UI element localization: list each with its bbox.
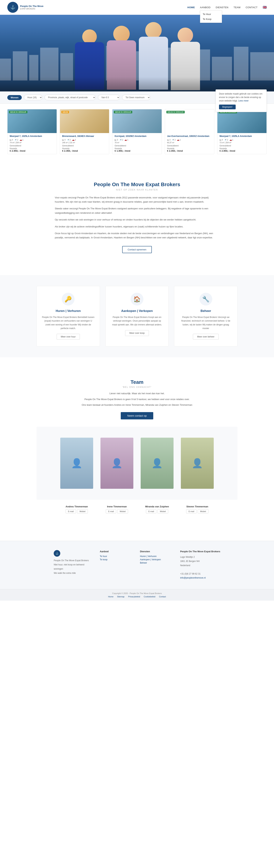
location-select[interactable]: Provincie, plaats, wijk, straat of postc…: [45, 95, 96, 100]
service-btn-2[interactable]: Meer over beheer: [193, 334, 219, 340]
property-card-2[interactable]: NIEUW IN VERHUUR Korrèpad, 1032WZ Amster…: [112, 109, 162, 154]
footer-tehuur[interactable]: Te huur: [100, 555, 129, 558]
footer-bottom-home[interactable]: Home: [108, 595, 113, 598]
team-mobiel-1[interactable]: Mobiel: [117, 509, 128, 514]
team-desc-2: People On The Move Expat Brokers is geen…: [36, 397, 238, 401]
svg-rect-14: [234, 47, 248, 81]
language-flag[interactable]: 🇬🇧: [263, 5, 267, 9]
team-title: Team: [36, 379, 238, 385]
service-btn-1[interactable]: Meer over koop: [125, 330, 149, 336]
spec-bath-0: 🚿 2: [15, 139, 18, 141]
team-desc-1: Liever niet natuurlijk. Maar als het moe…: [36, 391, 238, 396]
footer-bottom-sitemap[interactable]: Sitemap: [117, 595, 125, 598]
cookie-text: Deze website maakt gebruik van cookies o…: [219, 93, 262, 102]
service-card-2: 🔧 Beheer People On The Move Expat Broker…: [174, 286, 238, 347]
svg-rect-3: [40, 48, 58, 81]
property-specs-3: 🛏 3 🚿 2 🚗 1: [167, 139, 212, 141]
prop-area-3: 60,37 m²: [167, 142, 212, 144]
service-btn-0[interactable]: Meer over huur: [57, 334, 80, 340]
footer-diensten-title: Diensten: [140, 550, 169, 553]
spec-beds-2: 🛏 3: [114, 139, 118, 141]
team-mobiel-2[interactable]: Mobiel: [158, 509, 168, 514]
footer-bottom-privacy[interactable]: Privacybeleid: [128, 595, 140, 598]
cookie-accept-btn[interactable]: Begrepen!: [219, 104, 236, 109]
logo-icon: ⚓: [7, 2, 18, 13]
service-icon-key: 🔑: [62, 293, 75, 306]
services-section: 🔑 Huren | Verhuren People On The Move Ex…: [0, 275, 274, 358]
property-specs-1: 🛏 4 🚿 2 🚗 2: [62, 139, 107, 141]
properties-section: NIEUW IN VERHUUR Meerpad 7, 1025LA Amste…: [0, 104, 274, 160]
property-card-1[interactable]: NIEUW Binnenwaard, 1824EX Alkmaar 🛏 4 🚿 …: [60, 109, 109, 154]
wrench-icon: 🔧: [202, 296, 210, 303]
house-icon: 🏠: [133, 296, 141, 303]
nav-aanbod-dropdown[interactable]: AANBOD Te Huur Te Koop: [200, 6, 211, 9]
prop-area-1: 146 m² | 131 m²: [62, 142, 107, 144]
nav-links: HOME AANBOD Te Huur Te Koop DIENSTEN TEA…: [187, 5, 267, 9]
team-email-1[interactable]: E-mail: [106, 509, 116, 514]
about-contact-btn[interactable]: Contact opnemen: [122, 246, 152, 253]
nav-contact[interactable]: CONTACT: [246, 6, 257, 9]
logo-area: ⚓ People On The Move EXPAT BROKERS: [7, 2, 44, 13]
huur-select[interactable]: Huur (16): [24, 95, 43, 100]
team-buttons-3: E-mail Mobiel: [179, 509, 216, 514]
property-info-0: Meerpad 7, 1025LA Amsterdam 🛏 4 🚿 2 🚗 1 …: [7, 133, 57, 154]
spec-bath-4: 🚿 2: [224, 139, 228, 141]
footer-bottom-links: Home Sitemap Privacybeleid Cookiebeleid …: [7, 595, 267, 598]
footer-aanbod-col: Aanbod Te huur Te koop: [100, 550, 129, 580]
tot-select[interactable]: Tot Geen maximum: [122, 95, 150, 100]
team-name-3: Steven Timmerman: [179, 505, 216, 508]
nav-team[interactable]: TEAM: [234, 6, 241, 9]
van-select[interactable]: Van € 0: [98, 95, 120, 100]
property-card-0[interactable]: NIEUW IN VERHUUR Meerpad 7, 1025LA Amste…: [7, 109, 57, 154]
prop-status-2: Gemeubileerd: [114, 145, 159, 147]
nav-diensten[interactable]: DIENSTEN: [216, 6, 228, 9]
about-para-2: Op verzoek richten we ook woningen in vo…: [55, 218, 219, 222]
property-img-3: NIEUW IN VERHUUR: [165, 109, 214, 133]
team-email-3[interactable]: E-mail: [186, 509, 196, 514]
team-contact-btn[interactable]: Neem contact op: [121, 412, 153, 420]
prop-price-2: € 1.950,- /mnd: [114, 150, 159, 152]
team-buttons-2: E-mail Mobiel: [139, 509, 175, 514]
nav-aanbod[interactable]: AANBOD: [200, 6, 211, 9]
prop-price-label-0: Huurprijs: [10, 148, 54, 150]
footer-beheer[interactable]: Beheer: [140, 562, 169, 564]
team-desc-3: Ons team bestaat uit founders Andres en …: [36, 403, 238, 407]
footer-brand-col: ⚓ People On The Move Expat Brokers Nlet …: [54, 550, 89, 580]
team-section: Team 'BEL ONS VANNACHT' Liever niet natu…: [0, 368, 274, 530]
footer-company-col: People On The Move Expat Brokers Lage We…: [180, 550, 220, 580]
service-text-1: People On The Move Expat Brokers Koopt a…: [111, 315, 163, 327]
hero-section: [0, 15, 274, 91]
property-img-4: NIEUW IN VERHUUR: [217, 109, 267, 133]
nav-home[interactable]: HOME: [187, 6, 195, 9]
services-grid: 🔑 Huren | Verhuren People On The Move Ex…: [36, 286, 238, 347]
property-card-3[interactable]: NIEUW IN VERHUUR Jan Evertsensstraat, 10…: [165, 109, 214, 154]
aanbod-tekoop[interactable]: Te Koop: [200, 17, 222, 22]
prop-status-1: Gemeubileerd: [62, 145, 107, 147]
spec-bath-1: 🚿 2: [67, 139, 71, 141]
spec-bath-3: 🚿 2: [172, 139, 175, 141]
cookie-learn-more[interactable]: Lees meer: [238, 99, 249, 102]
property-card-4[interactable]: NIEUW IN VERHUUR Meerpad 7, 1025LA Amste…: [217, 109, 267, 154]
team-email-0[interactable]: E-mail: [65, 509, 76, 514]
team-avatar-1: 👤: [101, 438, 133, 489]
property-badge-1: NIEUW: [61, 111, 69, 113]
team-members-list: Andres Timmerman E-mail Mobiel Irene Tim…: [36, 505, 238, 514]
aanbod-tehuur[interactable]: Te Huur: [200, 12, 222, 17]
property-img-2: NIEUW IN VERHUUR: [112, 109, 162, 133]
svg-rect-4: [60, 53, 73, 81]
prop-price-3: € 2.450,- /mnd: [167, 150, 212, 152]
footer-huren[interactable]: Huren | Verhuren: [140, 555, 169, 558]
team-photos-area: 👤 👤 👤 👤: [36, 427, 238, 500]
team-email-2[interactable]: E-mail: [146, 509, 156, 514]
team-mobiel-0[interactable]: Mobiel: [77, 509, 88, 514]
property-img-0: NIEUW IN VERHUUR: [7, 109, 57, 133]
team-member-1: Irene Timmerman E-mail Mobiel: [97, 505, 137, 514]
team-member-0: Andres Timmerman E-mail Mobiel: [57, 505, 97, 514]
footer-tekoop[interactable]: Te koop: [100, 558, 129, 561]
search-badge[interactable]: Wonen: [7, 95, 22, 100]
footer-aankopen[interactable]: Aankopen | Verkopen: [140, 558, 169, 561]
footer-bottom-cookie[interactable]: Cookiebeleid: [144, 595, 156, 598]
footer-email[interactable]: info@peopleonthemove.nl: [180, 577, 206, 579]
footer-bottom-contact[interactable]: Contact: [159, 595, 166, 598]
team-mobiel-3[interactable]: Mobiel: [198, 509, 208, 514]
